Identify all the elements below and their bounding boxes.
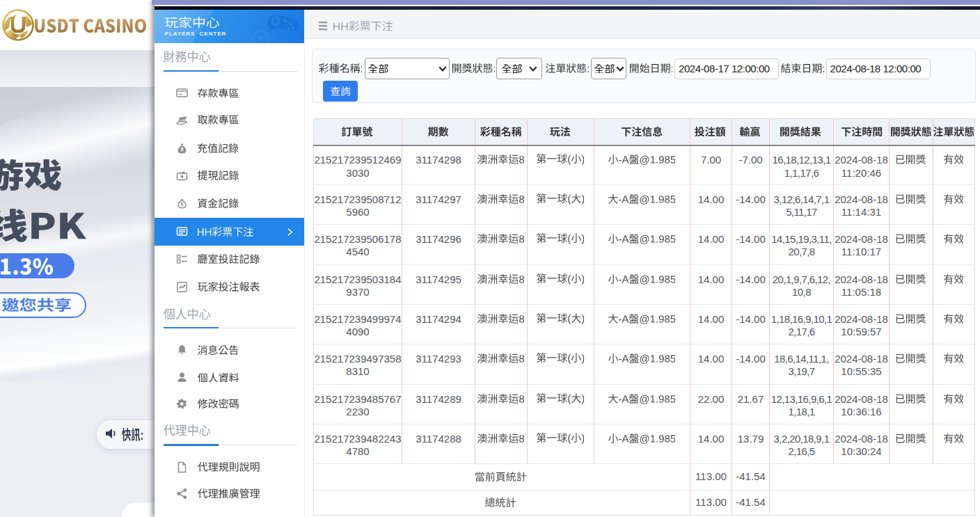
- svg-text:CASINO: CASINO: [12, 34, 24, 38]
- svg-text:$: $: [181, 202, 184, 207]
